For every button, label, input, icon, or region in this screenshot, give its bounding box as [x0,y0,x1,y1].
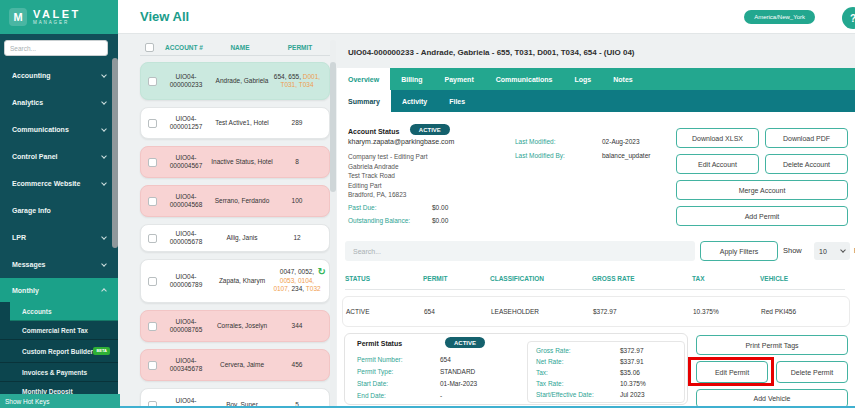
sidebar-menu: Accounting Analytics Communications Cont… [0,62,118,401]
tax-rate-label: Tax Rate: [536,380,563,387]
column-status: STATUS [345,275,370,282]
effective-date-label: Start/Effective Date: [536,391,594,398]
permit-rates-card: Gross Rate: $372.97 Net Rate: $337.91 Ta… [527,341,685,403]
sidebar-item-messages[interactable]: Messages [0,251,118,278]
account-permits: 12 [273,234,321,243]
permit-status-card: Permit Status ACTIVE Permit Number: 654 … [344,333,688,405]
select-all-checkbox[interactable] [145,43,154,52]
sidebar-item-accounts[interactable]: Accounts [10,302,118,321]
sidebar-item-label: Commercial Rent Tax [22,327,88,334]
row-checkbox[interactable] [148,361,157,370]
account-row[interactable]: UIO04-000830005 Boy, Super 5 [140,388,330,408]
account-permits: 344 [273,322,321,331]
tax-cell: 10.375% [693,308,719,315]
account-permits: 654, 655, D001, T031, T034 [273,73,321,90]
sidebar-item-communications[interactable]: Communications [0,116,118,143]
page-size-select[interactable]: 10 [814,242,850,260]
row-checkbox[interactable] [148,197,157,206]
row-checkbox[interactable] [148,322,157,331]
tab-communications[interactable]: Communications [485,68,564,90]
column-account-number: ACCOUNT # [158,44,210,51]
address-line: Test Track Road [348,171,427,181]
row-checkbox[interactable] [148,158,157,167]
account-row[interactable]: UIO04-000004567 Inactive Status, Hotel 8 [140,146,330,178]
sidebar-item-commercial-rent-tax[interactable]: Commercial Rent Tax [0,321,118,340]
sidebar-item-label: Garage Info [12,207,51,214]
account-row[interactable]: UIO04-000008765 Corrales, Joselyn 344 [140,310,330,342]
edit-permit-button[interactable]: Edit Permit [696,361,768,383]
accounts-list: ACCOUNT # NAME PERMIT UIO04-000000233 An… [140,40,330,408]
sidebar-item-lpr[interactable]: LPR [0,224,118,251]
last-modified-by-label: Last Modified By: [515,152,565,159]
download-xlsx-button[interactable]: Download XLSX [676,128,759,148]
sidebar-search-input[interactable] [4,40,108,56]
row-checkbox[interactable] [148,77,157,86]
show-hot-keys-bar[interactable]: Show Hot Keys [0,394,120,408]
tab-summary[interactable]: Summary [337,90,391,112]
column-name: NAME [210,44,270,51]
permit-table-row[interactable]: ACTIVE 654 LEASEHOLDER $372.97 10.375% R… [342,296,850,327]
row-checkbox[interactable] [148,234,157,243]
account-id: UIO04-000006789 [161,273,211,290]
tab-notes[interactable]: Notes [602,68,643,90]
account-row[interactable]: UIO04-000005678 Allig, Janis 12 [140,224,330,252]
merge-account-button[interactable]: Merge Account [676,180,848,200]
chevron-down-icon [101,99,107,105]
account-id: UIO04-000001257 [161,115,211,132]
account-row[interactable]: UIO04-000006789 Zapata, Kharym 0047, 005… [140,259,330,303]
past-due-value: $0.00 [432,204,448,211]
tab-payment[interactable]: Payment [434,68,485,90]
account-id: UIO04-000004568 [161,193,211,210]
permit-status-title: Permit Status [357,340,402,347]
delete-permit-button[interactable]: Delete Permit [776,361,848,383]
sidebar-item-invoices-payments[interactable]: Invoices & Payments [0,363,118,382]
account-row[interactable]: UIO04-000345678 Cervera, Jaime 456 [140,349,330,381]
sidebar-item-label: Accounts [22,308,52,315]
edit-account-button[interactable]: Edit Account [676,154,759,174]
sidebar-item-accounting[interactable]: Accounting [0,62,118,89]
help-icon[interactable]: ? [842,7,855,29]
accounts-list-scrollbar[interactable] [330,62,336,192]
account-name: Inactive Status, Hotel [211,158,273,167]
row-checkbox[interactable] [148,119,157,128]
tax-value: $35.06 [620,369,640,376]
sidebar-item-garage-info[interactable]: Garage Info [0,197,118,224]
sidebar-item-custom-report-builder[interactable]: Custom Report BuilderBETA [0,340,118,363]
beta-badge: BETA [93,347,110,356]
start-date-value: 01-Mar-2023 [440,380,477,387]
account-row[interactable]: UIO04-000000233 Andrade, Gabriela 654, 6… [140,62,330,100]
sidebar-item-control-panel[interactable]: Control Panel [0,143,118,170]
auto-renew-icon: ↻ [318,267,326,277]
last-modified-label: Last Modified: [515,138,555,145]
account-row[interactable]: UIO04-000004568 Serrano, Ferdando 100 [140,185,330,217]
add-permit-button[interactable]: Add Permit [676,206,848,226]
address-line: Gabriela Andrade [348,162,427,172]
sidebar-item-analytics[interactable]: Analytics [0,89,118,116]
column-classification: CLASSIFICATION [490,275,544,282]
download-pdf-button[interactable]: Download PDF [765,128,848,148]
logo-title: VALET [33,9,81,20]
sidebar-item-ecommerce-website[interactable]: Ecommerce Website [0,170,118,197]
delete-account-button[interactable]: Delete Account [765,154,848,174]
account-row[interactable]: UIO04-000001257 Test Active1, Hotel 289 [140,107,330,139]
account-permits: 0047, 0052, 0053, 0104, 0107, 234, T032 [273,268,321,294]
effective-date-value: Jul 2023 [620,391,645,398]
chevron-down-icon [101,261,107,267]
timezone-badge[interactable]: America/New_York [744,10,815,24]
account-permits: 8 [273,158,321,167]
account-id: UIO04-000345678 [161,357,211,374]
tab-billing[interactable]: Billing [390,68,433,90]
tab-activity[interactable]: Activity [391,90,438,112]
account-name: Allig, Janis [211,234,273,243]
apply-filters-button[interactable]: Apply Filters [700,241,778,261]
tab-files[interactable]: Files [438,90,476,112]
permits-search-input[interactable] [345,241,695,261]
tab-logs[interactable]: Logs [564,68,603,90]
sidebar-item-monthly[interactable]: Monthly [0,278,118,302]
sidebar-item-label: Messages [12,261,45,268]
classification-cell: LEASEHOLDER [491,308,539,315]
row-checkbox[interactable] [148,277,157,286]
print-permit-tags-button[interactable]: Print Permit Tags [696,335,848,355]
tab-overview[interactable]: Overview [337,68,390,90]
sidebar-scrollbar[interactable] [112,58,118,248]
